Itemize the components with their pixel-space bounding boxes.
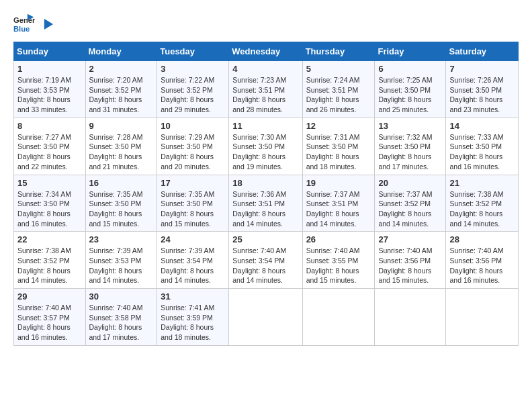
calendar-cell: 11 Sunrise: 7:30 AM Sunset: 3:50 PM Dayl… — [229, 118, 302, 175]
sunrise-label: Sunrise: — [232, 190, 260, 198]
sunset-label: Sunset: — [378, 257, 404, 265]
daylight-label: Daylight: 8 hours and 28 minutes. — [232, 95, 285, 113]
sunrise-value: 7:22 AM — [189, 76, 215, 84]
daylight-label: Daylight: 8 hours and 19 minutes. — [232, 152, 285, 171]
sunset-label: Sunset: — [17, 257, 44, 265]
calendar-week-4: 22 Sunrise: 7:38 AM Sunset: 3:52 PM Dayl… — [14, 232, 519, 289]
calendar-cell — [302, 289, 375, 346]
day-info: Sunrise: 7:37 AM Sunset: 3:51 PM Dayligh… — [306, 189, 371, 229]
daylight-label: Daylight: 8 hours and 14 minutes. — [232, 210, 285, 228]
sunrise-value: 7:37 AM — [334, 190, 360, 198]
calendar-cell: 29 Sunrise: 7:40 AM Sunset: 3:57 PM Dayl… — [14, 289, 86, 346]
sunset-label: Sunset: — [161, 86, 187, 94]
daylight-label: Daylight: 8 hours and 15 minutes. — [89, 210, 142, 228]
sunset-label: Sunset: — [449, 142, 476, 150]
day-info: Sunrise: 7:40 AM Sunset: 3:57 PM Dayligh… — [17, 303, 82, 342]
calendar-cell: 30 Sunrise: 7:40 AM Sunset: 3:58 PM Dayl… — [85, 289, 157, 346]
day-info: Sunrise: 7:36 AM Sunset: 3:51 PM Dayligh… — [232, 189, 298, 229]
day-number: 27 — [378, 234, 442, 244]
daylight-label: Daylight: 8 hours and 14 minutes. — [306, 210, 359, 228]
day-number: 3 — [161, 64, 225, 74]
day-info: Sunrise: 7:29 AM Sunset: 3:50 PM Dayligh… — [161, 132, 225, 172]
calendar-cell: 4 Sunrise: 7:23 AM Sunset: 3:51 PM Dayli… — [229, 61, 302, 118]
sunrise-label: Sunrise: — [449, 246, 477, 255]
day-info: Sunrise: 7:19 AM Sunset: 3:53 PM Dayligh… — [17, 75, 82, 115]
sunset-value: 3:52 PM — [115, 86, 141, 94]
sunrise-value: 7:40 AM — [261, 246, 287, 255]
day-number: 18 — [232, 178, 298, 188]
calendar-cell: 2 Sunrise: 7:20 AM Sunset: 3:52 PM Dayli… — [85, 61, 157, 118]
sunset-value: 3:50 PM — [404, 86, 431, 94]
sunrise-value: 7:23 AM — [261, 76, 287, 84]
calendar-cell — [446, 289, 519, 346]
sunset-value: 3:52 PM — [404, 199, 431, 208]
header: General Blue — [13, 13, 519, 35]
calendar-cell: 9 Sunrise: 7:28 AM Sunset: 3:50 PM Dayli… — [85, 118, 157, 175]
day-number: 4 — [232, 64, 298, 74]
sunset-label: Sunset: — [306, 257, 332, 265]
sunset-value: 3:57 PM — [44, 314, 70, 322]
sunrise-value: 7:19 AM — [45, 76, 71, 84]
sunrise-value: 7:38 AM — [45, 246, 71, 255]
calendar-week-2: 8 Sunrise: 7:27 AM Sunset: 3:50 PM Dayli… — [14, 118, 519, 175]
sunrise-value: 7:28 AM — [117, 133, 143, 141]
sunrise-value: 7:36 AM — [261, 190, 287, 198]
day-info: Sunrise: 7:38 AM Sunset: 3:52 PM Dayligh… — [449, 189, 515, 229]
sunset-value: 3:50 PM — [332, 142, 358, 150]
day-info: Sunrise: 7:26 AM Sunset: 3:50 PM Dayligh… — [449, 75, 515, 115]
sunrise-value: 7:40 AM — [334, 246, 360, 255]
sunrise-label: Sunrise: — [89, 246, 117, 255]
day-number: 30 — [89, 291, 154, 302]
daylight-label: Daylight: 8 hours and 21 minutes. — [89, 152, 142, 171]
sunrise-label: Sunrise: — [89, 133, 117, 141]
sunset-value: 3:59 PM — [187, 314, 213, 322]
sunrise-value: 7:26 AM — [478, 76, 504, 84]
calendar-cell: 21 Sunrise: 7:38 AM Sunset: 3:52 PM Dayl… — [446, 175, 519, 232]
day-number: 17 — [161, 178, 225, 188]
daylight-label: Daylight: 8 hours and 20 minutes. — [161, 152, 214, 171]
day-number: 11 — [232, 121, 298, 131]
sunrise-label: Sunrise: — [17, 190, 45, 198]
day-number: 25 — [232, 234, 298, 244]
sunset-label: Sunset: — [306, 86, 332, 94]
sunrise-value: 7:40 AM — [406, 246, 433, 255]
day-info: Sunrise: 7:39 AM Sunset: 3:53 PM Dayligh… — [89, 246, 154, 285]
day-info: Sunrise: 7:35 AM Sunset: 3:50 PM Dayligh… — [161, 189, 225, 229]
sunset-label: Sunset: — [232, 86, 259, 94]
sunset-value: 3:50 PM — [44, 199, 70, 208]
daylight-label: Daylight: 8 hours and 15 minutes. — [161, 210, 214, 228]
day-number: 21 — [449, 178, 515, 188]
day-number: 6 — [378, 64, 442, 74]
day-info: Sunrise: 7:23 AM Sunset: 3:51 PM Dayligh… — [232, 75, 298, 115]
daylight-label: Daylight: 8 hours and 18 minutes. — [306, 152, 359, 171]
sunset-value: 3:52 PM — [187, 86, 213, 94]
sunrise-label: Sunrise: — [306, 190, 334, 198]
logo: General Blue — [13, 13, 55, 35]
sunrise-value: 7:40 AM — [117, 304, 143, 312]
day-info: Sunrise: 7:40 AM Sunset: 3:54 PM Dayligh… — [232, 246, 298, 285]
daylight-label: Daylight: 8 hours and 18 minutes. — [161, 323, 214, 341]
daylight-label: Daylight: 8 hours and 14 minutes. — [378, 210, 431, 228]
logo-icon: General Blue — [13, 13, 35, 35]
sunrise-label: Sunrise: — [306, 76, 334, 84]
daylight-label: Daylight: 8 hours and 16 minutes. — [17, 210, 71, 228]
sunset-value: 3:56 PM — [476, 257, 502, 265]
sunrise-value: 7:25 AM — [406, 76, 433, 84]
day-number: 8 — [17, 121, 82, 131]
day-info: Sunrise: 7:40 AM Sunset: 3:58 PM Dayligh… — [89, 303, 154, 342]
sunrise-value: 7:37 AM — [406, 190, 433, 198]
daylight-label: Daylight: 8 hours and 16 minutes. — [449, 267, 502, 285]
day-info: Sunrise: 7:39 AM Sunset: 3:54 PM Dayligh… — [161, 246, 225, 285]
day-number: 2 — [89, 64, 154, 74]
day-info: Sunrise: 7:30 AM Sunset: 3:50 PM Dayligh… — [232, 132, 298, 172]
sunrise-label: Sunrise: — [449, 133, 477, 141]
sunset-label: Sunset: — [89, 142, 116, 150]
day-info: Sunrise: 7:37 AM Sunset: 3:52 PM Dayligh… — [378, 189, 442, 229]
calendar-cell: 22 Sunrise: 7:38 AM Sunset: 3:52 PM Dayl… — [14, 232, 86, 289]
day-number: 24 — [161, 234, 225, 244]
daylight-label: Daylight: 8 hours and 16 minutes. — [449, 152, 502, 171]
sunset-label: Sunset: — [17, 199, 44, 208]
day-number: 28 — [449, 234, 515, 244]
sunset-value: 3:51 PM — [259, 86, 285, 94]
svg-text:Blue: Blue — [13, 25, 30, 33]
